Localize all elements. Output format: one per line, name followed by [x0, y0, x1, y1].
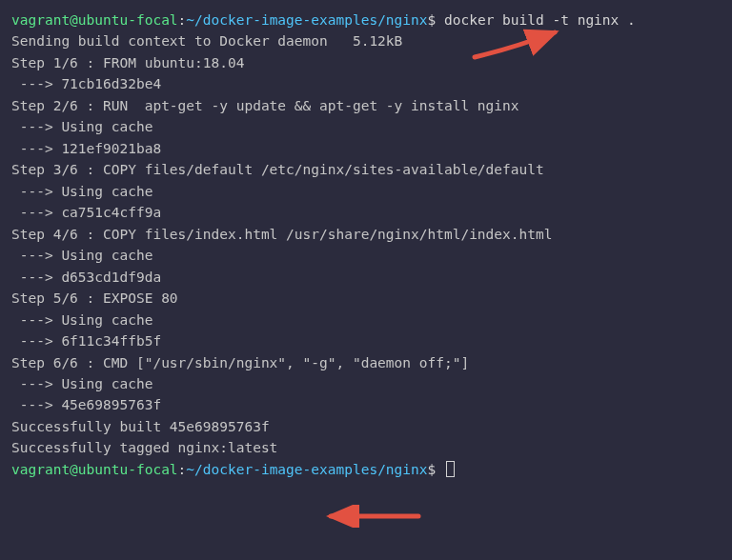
output-line: Step 3/6 : COPY files/default /etc/nginx…: [11, 159, 721, 180]
prompt-path: ~/docker-image-examples/nginx: [186, 12, 427, 28]
output-line: Step 2/6 : RUN apt-get -y update && apt-…: [11, 95, 721, 116]
cursor-icon[interactable]: [446, 461, 455, 477]
command-text[interactable]: docker build -t nginx .: [444, 12, 636, 28]
output-line: Step 6/6 : CMD ["/usr/sbin/nginx", "-g",…: [11, 352, 721, 373]
output-line: ---> 121ef9021ba8: [11, 138, 721, 159]
output-line: Step 4/6 : COPY files/index.html /usr/sh…: [11, 224, 721, 245]
output-line: ---> 6f11c34ffb5f: [11, 330, 721, 351]
output-line: ---> d653cd1df9da: [11, 267, 721, 288]
prompt-user: vagrant: [11, 12, 70, 28]
prompt-line-2: vagrant@ubuntu-focal:~/docker-image-exam…: [11, 459, 721, 480]
output-line: ---> Using cache: [11, 181, 721, 202]
prompt-host: ubuntu-focal: [78, 12, 178, 28]
output-line: ---> Using cache: [11, 373, 721, 394]
prompt-user: vagrant: [11, 462, 70, 477]
output-line: ---> Using cache: [11, 116, 721, 137]
output-success-line: Successfully tagged nginx:latest: [11, 437, 721, 458]
output-line: ---> 45e69895763f: [11, 394, 721, 415]
prompt-host: ubuntu-focal: [78, 462, 178, 477]
output-line: Step 1/6 : FROM ubuntu:18.04: [11, 52, 721, 73]
prompt-at: @: [70, 462, 78, 477]
output-line: Sending build context to Docker daemon 5…: [11, 30, 721, 51]
prompt-path: ~/docker-image-examples/nginx: [186, 462, 427, 477]
output-line: ---> Using cache: [11, 310, 721, 330]
output-line: ---> Using cache: [11, 245, 721, 266]
output-line: Step 5/6 : EXPOSE 80: [11, 288, 721, 309]
prompt-at: @: [70, 12, 78, 28]
prompt-line-1: vagrant@ubuntu-focal:~/docker-image-exam…: [11, 10, 721, 30]
prompt-dollar: $: [428, 12, 444, 28]
output-success-line: Successfully built 45e69895763f: [11, 416, 721, 437]
output-line: ---> ca751c4cff9a: [11, 202, 721, 223]
annotation-arrow-icon: [321, 505, 426, 528]
output-line: ---> 71cb16d32be4: [11, 73, 721, 94]
prompt-dollar: $: [428, 462, 444, 477]
